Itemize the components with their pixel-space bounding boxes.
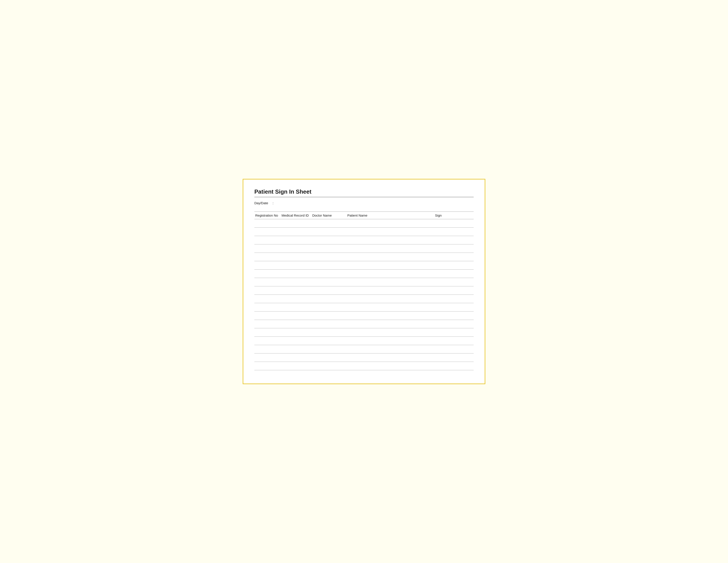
reg-no-cell[interactable] <box>254 295 281 303</box>
patient-name-cell[interactable] <box>346 320 434 328</box>
table-row[interactable] <box>254 362 474 370</box>
table-row[interactable] <box>254 312 474 320</box>
sign-cell[interactable] <box>434 354 474 362</box>
table-row[interactable] <box>254 253 474 261</box>
reg-no-cell[interactable] <box>254 362 281 370</box>
table-row[interactable] <box>254 244 474 253</box>
reg-no-cell[interactable] <box>254 278 281 287</box>
med-id-cell[interactable] <box>281 236 311 244</box>
table-row[interactable] <box>254 337 474 345</box>
table-row[interactable] <box>254 236 474 244</box>
table-row[interactable] <box>254 354 474 362</box>
reg-no-cell[interactable] <box>254 337 281 345</box>
table-row[interactable] <box>254 227 474 236</box>
reg-no-cell[interactable] <box>254 345 281 354</box>
patient-name-cell[interactable] <box>346 337 434 345</box>
med-id-cell[interactable] <box>281 362 311 370</box>
sign-cell[interactable] <box>434 328 474 337</box>
reg-no-cell[interactable] <box>254 236 281 244</box>
table-row[interactable] <box>254 269 474 278</box>
table-row[interactable] <box>254 328 474 337</box>
med-id-cell[interactable] <box>281 345 311 354</box>
doc-name-cell[interactable] <box>311 261 346 269</box>
table-row[interactable] <box>254 278 474 287</box>
reg-no-cell[interactable] <box>254 269 281 278</box>
med-id-cell[interactable] <box>281 219 311 227</box>
patient-name-cell[interactable] <box>346 312 434 320</box>
patient-name-cell[interactable] <box>346 328 434 337</box>
doc-name-cell[interactable] <box>311 354 346 362</box>
med-id-cell[interactable] <box>281 227 311 236</box>
med-id-cell[interactable] <box>281 312 311 320</box>
med-id-cell[interactable] <box>281 295 311 303</box>
sign-cell[interactable] <box>434 219 474 227</box>
sign-cell[interactable] <box>434 295 474 303</box>
patient-name-cell[interactable] <box>346 261 434 269</box>
patient-name-cell[interactable] <box>346 244 434 253</box>
reg-no-cell[interactable] <box>254 227 281 236</box>
doc-name-cell[interactable] <box>311 219 346 227</box>
doc-name-cell[interactable] <box>311 227 346 236</box>
doc-name-cell[interactable] <box>311 337 346 345</box>
table-row[interactable] <box>254 287 474 295</box>
table-row[interactable] <box>254 303 474 312</box>
reg-no-cell[interactable] <box>254 219 281 227</box>
med-id-cell[interactable] <box>281 328 311 337</box>
med-id-cell[interactable] <box>281 278 311 287</box>
doc-name-cell[interactable] <box>311 303 346 312</box>
table-row[interactable] <box>254 261 474 269</box>
med-id-cell[interactable] <box>281 303 311 312</box>
reg-no-cell[interactable] <box>254 312 281 320</box>
doc-name-cell[interactable] <box>311 253 346 261</box>
med-id-cell[interactable] <box>281 244 311 253</box>
sign-cell[interactable] <box>434 337 474 345</box>
sign-cell[interactable] <box>434 303 474 312</box>
patient-name-cell[interactable] <box>346 362 434 370</box>
sign-cell[interactable] <box>434 261 474 269</box>
patient-name-cell[interactable] <box>346 236 434 244</box>
med-id-cell[interactable] <box>281 337 311 345</box>
reg-no-cell[interactable] <box>254 253 281 261</box>
patient-name-cell[interactable] <box>346 269 434 278</box>
sign-cell[interactable] <box>434 227 474 236</box>
patient-name-cell[interactable] <box>346 295 434 303</box>
med-id-cell[interactable] <box>281 320 311 328</box>
med-id-cell[interactable] <box>281 287 311 295</box>
table-row[interactable] <box>254 320 474 328</box>
patient-name-cell[interactable] <box>346 287 434 295</box>
med-id-cell[interactable] <box>281 354 311 362</box>
med-id-cell[interactable] <box>281 253 311 261</box>
doc-name-cell[interactable] <box>311 362 346 370</box>
patient-name-cell[interactable] <box>346 253 434 261</box>
doc-name-cell[interactable] <box>311 287 346 295</box>
reg-no-cell[interactable] <box>254 303 281 312</box>
table-row[interactable] <box>254 345 474 354</box>
patient-name-cell[interactable] <box>346 354 434 362</box>
doc-name-cell[interactable] <box>311 244 346 253</box>
sign-cell[interactable] <box>434 244 474 253</box>
reg-no-cell[interactable] <box>254 328 281 337</box>
doc-name-cell[interactable] <box>311 278 346 287</box>
patient-name-cell[interactable] <box>346 303 434 312</box>
reg-no-cell[interactable] <box>254 320 281 328</box>
doc-name-cell[interactable] <box>311 269 346 278</box>
doc-name-cell[interactable] <box>311 345 346 354</box>
med-id-cell[interactable] <box>281 261 311 269</box>
table-row[interactable] <box>254 295 474 303</box>
table-row[interactable] <box>254 219 474 227</box>
sign-cell[interactable] <box>434 312 474 320</box>
sign-cell[interactable] <box>434 269 474 278</box>
sign-cell[interactable] <box>434 278 474 287</box>
doc-name-cell[interactable] <box>311 312 346 320</box>
sign-cell[interactable] <box>434 253 474 261</box>
med-id-cell[interactable] <box>281 269 311 278</box>
patient-name-cell[interactable] <box>346 278 434 287</box>
sign-cell[interactable] <box>434 345 474 354</box>
sign-cell[interactable] <box>434 320 474 328</box>
reg-no-cell[interactable] <box>254 354 281 362</box>
reg-no-cell[interactable] <box>254 244 281 253</box>
reg-no-cell[interactable] <box>254 287 281 295</box>
sign-cell[interactable] <box>434 362 474 370</box>
doc-name-cell[interactable] <box>311 328 346 337</box>
patient-name-cell[interactable] <box>346 345 434 354</box>
